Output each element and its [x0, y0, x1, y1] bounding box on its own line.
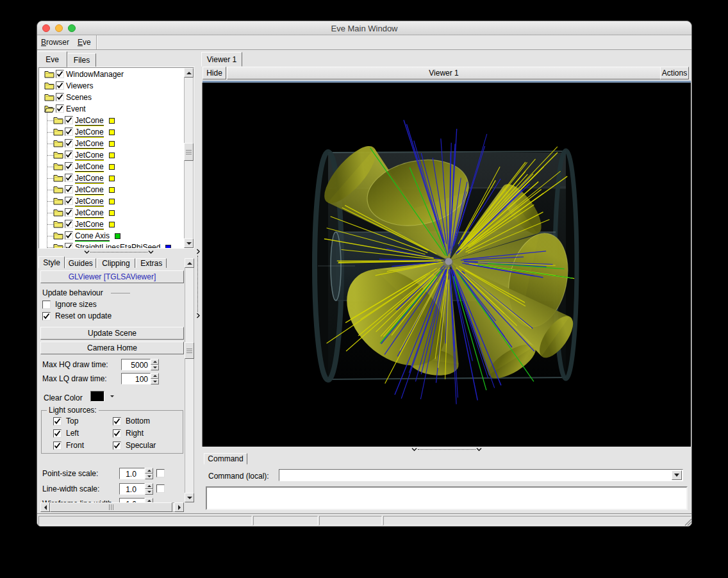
tree-item-checkbox[interactable] — [65, 220, 73, 228]
line-width-scale--entry[interactable]: 1.0 — [119, 483, 145, 495]
scale-checkbox[interactable] — [156, 484, 165, 493]
menu-browser[interactable]: Browser — [41, 38, 69, 47]
tree-item-checkbox[interactable] — [65, 162, 73, 170]
light-row-specular[interactable]: Specular — [113, 441, 156, 450]
editor-tab-clipping[interactable]: Clipping — [97, 258, 136, 268]
spin-down-button[interactable] — [145, 489, 153, 495]
command-output[interactable] — [206, 486, 688, 510]
command-input[interactable] — [279, 469, 683, 481]
item-color-swatch[interactable] — [109, 199, 115, 204]
checkbox-row[interactable]: Ignore sizes — [42, 300, 97, 309]
camera-home-button[interactable]: Camera Home — [40, 342, 184, 354]
tree-item-jetcone[interactable]: JetCone — [40, 219, 183, 230]
item-color-swatch[interactable] — [109, 153, 115, 158]
tab-viewer1[interactable]: Viewer 1 — [201, 52, 242, 67]
point-size-scale--entry[interactable]: 1.0 — [119, 468, 145, 479]
editor-tab-style[interactable]: Style — [38, 256, 65, 268]
item-color-swatch[interactable] — [109, 210, 115, 216]
scroll-left-button[interactable] — [40, 502, 50, 512]
scrollbar-track[interactable] — [185, 258, 194, 502]
tree-item-checkbox[interactable] — [65, 174, 73, 182]
light-row-left[interactable]: Left — [53, 429, 79, 438]
item-color-swatch[interactable] — [109, 222, 115, 227]
light-bottom[interactable] — [113, 417, 121, 425]
tree-item-checkbox[interactable] — [65, 208, 73, 217]
left-right-splitter[interactable] — [195, 248, 201, 511]
tree-item-jetcone[interactable]: JetCone — [40, 115, 183, 126]
titlebar[interactable]: Eve Main Window — [37, 21, 691, 35]
spin-down-button[interactable] — [151, 379, 159, 384]
item-color-swatch[interactable] — [109, 129, 115, 135]
scrollbar-thumb[interactable] — [185, 342, 194, 359]
scrollbar-thumb[interactable] — [184, 143, 194, 161]
tree-item-jetcone[interactable]: JetCone — [40, 138, 183, 149]
tree-item-checkbox[interactable] — [65, 185, 73, 194]
editor-tab-guides[interactable]: Guides — [65, 258, 96, 268]
menu-eve[interactable]: Eve — [78, 38, 91, 47]
item-color-swatch[interactable] — [165, 245, 171, 248]
item-color-swatch[interactable] — [109, 118, 115, 124]
item-color-swatch[interactable] — [109, 141, 115, 147]
tab-command[interactable]: Command — [204, 453, 247, 465]
light-row-top[interactable]: Top — [53, 417, 78, 425]
clear-color-dropdown-button[interactable] — [108, 391, 117, 402]
scroll-down-button[interactable] — [185, 493, 194, 502]
scroll-down-button[interactable] — [184, 238, 194, 248]
gl-viewport[interactable] — [202, 83, 691, 447]
light-row-right[interactable]: Right — [113, 429, 144, 438]
spin-down-button[interactable] — [145, 474, 153, 479]
update-scene-button[interactable]: Update Scene — [40, 327, 184, 340]
viewer-title-bar[interactable]: Viewer 1 — [227, 67, 661, 79]
clear-color-swatch[interactable] — [90, 391, 104, 402]
editor-vertical-scrollbar[interactable] — [185, 258, 194, 502]
spin-up-button[interactable] — [145, 483, 153, 489]
tree-item-straightlinesetaphiseed[interactable]: StraightLinesEtaPhiSeed — [40, 242, 183, 248]
item-color-swatch[interactable] — [109, 187, 115, 193]
scroll-right-button[interactable] — [174, 502, 184, 512]
max-hq-draw-time--entry[interactable]: 5000 — [121, 359, 151, 370]
light-top[interactable] — [53, 417, 62, 425]
spin-up-button[interactable] — [151, 373, 159, 379]
hide-button[interactable]: Hide — [203, 67, 226, 79]
tree-item-checkbox[interactable] — [56, 70, 64, 78]
tree-item-checkbox[interactable] — [56, 93, 64, 101]
tree-item-checkbox[interactable] — [65, 116, 73, 124]
tree-item-jetcone[interactable]: JetCone — [40, 184, 183, 195]
item-color-swatch[interactable] — [109, 164, 115, 170]
tree-item-jetcone[interactable]: JetCone — [40, 172, 183, 184]
spin-down-button[interactable] — [151, 365, 159, 370]
tree-item-jetcone[interactable]: JetCone — [40, 161, 183, 172]
spin-up-button[interactable] — [151, 359, 159, 365]
light-row-front[interactable]: Front — [53, 441, 84, 450]
tree-editor-splitter[interactable] — [38, 249, 194, 256]
light-row-bottom[interactable]: Bottom — [113, 417, 150, 425]
tree-vertical-scrollbar[interactable] — [184, 68, 194, 248]
light-front[interactable] — [53, 442, 62, 450]
checkbox-ignore-sizes[interactable] — [42, 301, 51, 309]
tree-item-jetcone[interactable]: JetCone — [40, 195, 183, 207]
tree-item-windowmanager[interactable]: WindowManager — [40, 69, 183, 80]
tree-item-checkbox[interactable] — [65, 243, 73, 248]
scroll-up-button[interactable] — [185, 258, 194, 268]
resize-grip[interactable] — [683, 517, 692, 526]
tree-item-checkbox[interactable] — [65, 231, 73, 240]
tree-item-checkbox[interactable] — [65, 197, 73, 205]
scale-checkbox[interactable] — [156, 469, 165, 477]
light-specular[interactable] — [113, 442, 121, 450]
actions-button[interactable]: Actions — [660, 67, 689, 79]
light-right[interactable] — [113, 429, 121, 438]
wireframe-entry[interactable]: 1.0 — [119, 498, 145, 502]
spin-up-button[interactable] — [145, 468, 153, 474]
tab-eve[interactable]: Eve — [37, 51, 67, 67]
light-left[interactable] — [53, 429, 62, 438]
editor-tab-extras[interactable]: Extras — [136, 258, 167, 268]
item-color-swatch[interactable] — [115, 233, 120, 239]
tab-files[interactable]: Files — [67, 53, 96, 67]
viewer-command-splitter[interactable] — [201, 447, 692, 453]
checkbox-row[interactable]: Reset on update — [42, 311, 112, 320]
tree-item-jetcone[interactable]: JetCone — [40, 126, 183, 138]
tree-item-checkbox[interactable] — [65, 151, 73, 159]
combo-dropdown-button[interactable] — [672, 470, 682, 480]
tree-item-jetcone[interactable]: JetCone — [40, 149, 183, 161]
tree-item-checkbox[interactable] — [56, 104, 64, 113]
